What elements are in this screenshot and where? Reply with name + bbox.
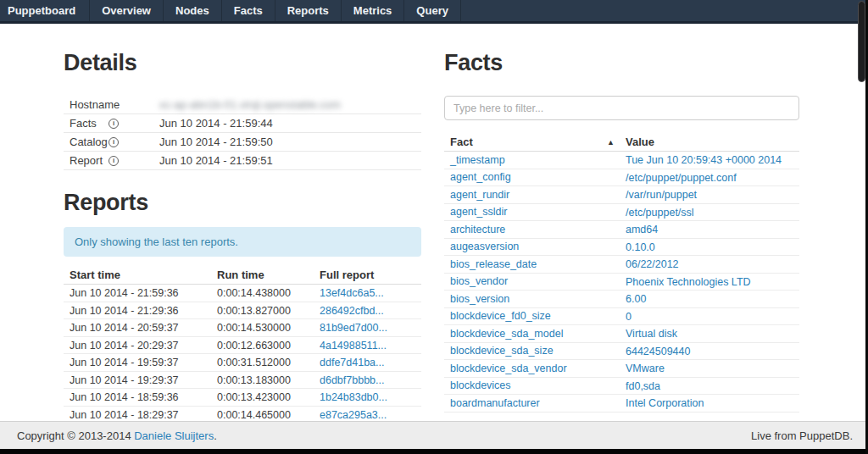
report-start-time: Jun 10 2014 - 21:29:36 — [64, 302, 211, 319]
fact-value-link[interactable]: 0.10.0 — [626, 241, 655, 253]
fact-row: bios_version 6.00 — [444, 291, 799, 308]
report-hash-link[interactable]: ddfe7d41ba... — [320, 357, 384, 368]
fact-name-link[interactable]: blockdevice_fd0_size — [450, 307, 551, 325]
copyright-text: Copyright © 2013-2014 Daniele Sluijters. — [17, 429, 217, 442]
fact-row: blockdevice_sda_model Virtual disk — [444, 325, 799, 343]
fact-name-link[interactable]: _timestamp — [450, 152, 505, 169]
fact-value-link[interactable]: 6.00 — [626, 293, 646, 305]
report-hash-link[interactable]: 13ef4dc6a5... — [320, 287, 384, 299]
fact-name-link[interactable]: agent_config — [450, 169, 511, 186]
header-value[interactable]: Value — [620, 133, 799, 151]
fact-value-link[interactable]: Phoenix Technologies LTD — [626, 276, 751, 288]
fact-row: agent_config /etc/puppet/puppet.conf — [444, 169, 799, 187]
nav-item[interactable]: Facts — [222, 0, 275, 21]
details-table: Hostname xc-ap-abn1b-01.virql.openstable… — [64, 96, 421, 170]
report-hash-link[interactable]: 1b24b83db0... — [320, 391, 387, 403]
report-start-time: Jun 10 2014 - 18:29:37 — [64, 407, 211, 422]
report-hash-link[interactable]: e87ca295a3... — [320, 409, 387, 421]
fact-row: architecture amd64 — [444, 221, 799, 239]
fact-value-link[interactable]: /var/run/puppet — [626, 189, 697, 201]
detail-label: Report i — [64, 152, 159, 169]
fact-name-link[interactable]: augeasversion — [450, 238, 519, 256]
sort-ascending-icon: ▲ — [607, 133, 615, 152]
facts-table: Fact ▲ Value _timestamp Tue Jun 10 20:59… — [444, 133, 799, 412]
nav-item[interactable]: Metrics — [342, 0, 405, 21]
hostname-redacted-text: xc-ap-abn1b-01.virql.openstable.com — [159, 98, 341, 111]
report-row: Jun 10 2014 - 19:59:37 0:00:31.512000 dd… — [64, 354, 421, 372]
fact-name-link[interactable]: bios_version — [450, 291, 509, 308]
scrollbar-thumb[interactable] — [858, 1, 865, 82]
fact-name-link[interactable]: agent_ssldir — [450, 203, 507, 221]
report-run-time: 0:00:13.827000 — [211, 302, 314, 319]
fact-name-link[interactable]: architecture — [450, 221, 505, 239]
fact-row: bios_release_date 06/22/2012 — [444, 256, 799, 274]
fact-value-link[interactable]: Virtual disk — [626, 328, 677, 340]
fact-name-link[interactable]: blockdevices — [450, 377, 511, 395]
report-start-time: Jun 10 2014 - 18:59:36 — [64, 389, 211, 406]
fact-name-link[interactable]: bios_release_date — [450, 256, 537, 274]
fact-name-link[interactable]: bios_vendor — [450, 273, 508, 291]
header-start-time: Start time — [64, 266, 211, 284]
fact-value-link[interactable]: /etc/puppet/puppet.conf — [626, 172, 737, 184]
fact-name-link[interactable]: blockdevice_sda_vendor — [450, 360, 567, 378]
report-row: Jun 10 2014 - 21:59:36 0:00:14.438000 13… — [64, 285, 421, 302]
fact-value-link[interactable]: 0 — [626, 311, 632, 323]
reports-alert: Only showing the last ten reports. — [64, 227, 421, 257]
fact-row: agent_ssldir /etc/puppet/ssl — [444, 204, 799, 222]
report-start-time: Jun 10 2014 - 20:29:37 — [64, 337, 211, 354]
report-run-time: 0:00:14.530000 — [211, 319, 314, 336]
report-row: Jun 10 2014 - 18:29:37 0:00:14.465000 e8… — [64, 407, 421, 422]
report-start-time: Jun 10 2014 - 20:59:37 — [64, 319, 211, 336]
detail-label: Facts i — [64, 114, 159, 132]
navbar-brand[interactable]: Puppetboard — [0, 0, 90, 21]
facts-filter-input[interactable] — [444, 96, 799, 120]
details-heading: Details — [64, 49, 421, 77]
facts-heading: Facts — [444, 49, 799, 77]
report-run-time: 0:00:13.423000 — [211, 389, 314, 406]
report-run-time: 0:00:14.438000 — [211, 285, 314, 302]
hostname-value: xc-ap-abn1b-01.virql.openstable.com — [159, 96, 421, 114]
detail-row: Report i Jun 10 2014 - 21:59:51 — [64, 152, 421, 170]
fact-value-link[interactable]: fd0,sda — [626, 380, 660, 392]
nav-item[interactable]: Nodes — [164, 0, 222, 21]
report-hash-link[interactable]: 4a14988511... — [320, 340, 387, 352]
report-start-time: Jun 10 2014 - 21:59:36 — [64, 285, 211, 302]
header-fact[interactable]: Fact ▲ — [444, 133, 620, 151]
fact-value-link[interactable]: amd64 — [626, 224, 658, 235]
nav-item[interactable]: Overview — [90, 0, 164, 21]
facts-column: Facts Fact ▲ Value _timestamp Tue Jun 10… — [444, 24, 799, 421]
detail-label: Catalog i — [64, 133, 159, 151]
report-hash-link[interactable]: d6dbf7bbbb... — [320, 374, 384, 386]
fact-value-link[interactable]: VMware — [626, 363, 665, 374]
report-hash-link[interactable]: 286492cfbd... — [320, 305, 384, 317]
fact-name-link[interactable]: blockdevice_sda_size — [450, 342, 554, 360]
fact-value-link[interactable]: 06/22/2012 — [626, 258, 679, 270]
fact-name-link[interactable]: agent_rundir — [450, 186, 509, 204]
fact-row: boardmanufacturer Intel Corporation — [444, 395, 799, 412]
author-link[interactable]: Daniele Sluijters — [134, 429, 214, 442]
fact-value-link[interactable]: Intel Corporation — [626, 397, 704, 409]
fact-row: augeasversion 0.10.0 — [444, 239, 799, 257]
info-icon: i — [108, 119, 119, 129]
report-run-time: 0:00:14.465000 — [211, 407, 314, 422]
reports-table: Start time Run time Full report Jun 10 2… — [64, 266, 421, 421]
detail-timestamp: Jun 10 2014 - 21:59:50 — [159, 133, 421, 151]
facts-table-header: Fact ▲ Value — [444, 133, 799, 152]
fact-value-link[interactable]: /etc/puppet/ssl — [626, 207, 694, 219]
fact-name-link[interactable]: boardmanufacturer — [450, 395, 540, 412]
window-bottom-edge — [0, 449, 868, 454]
detail-label: Hostname — [64, 96, 159, 114]
nav-item[interactable]: Query — [404, 0, 461, 21]
report-start-time: Jun 10 2014 - 19:29:37 — [64, 372, 211, 389]
fact-name-link[interactable]: blockdevice_sda_model — [450, 325, 563, 343]
navbar: Puppetboard Overview Nodes Facts Reports… — [0, 0, 868, 24]
nav-item[interactable]: Reports — [275, 0, 342, 21]
header-run-time: Run time — [211, 266, 314, 284]
report-row: Jun 10 2014 - 21:29:36 0:00:13.827000 28… — [64, 302, 421, 320]
report-hash-link[interactable]: 81b9ed7d00... — [320, 322, 387, 334]
fact-value-link[interactable]: Tue Jun 10 20:59:43 +0000 2014 — [626, 154, 782, 166]
reports-table-header: Start time Run time Full report — [64, 266, 421, 285]
report-start-time: Jun 10 2014 - 19:59:37 — [64, 354, 211, 371]
report-run-time: 0:00:12.663000 — [211, 337, 314, 354]
fact-value-link[interactable]: 64424509440 — [626, 346, 690, 357]
